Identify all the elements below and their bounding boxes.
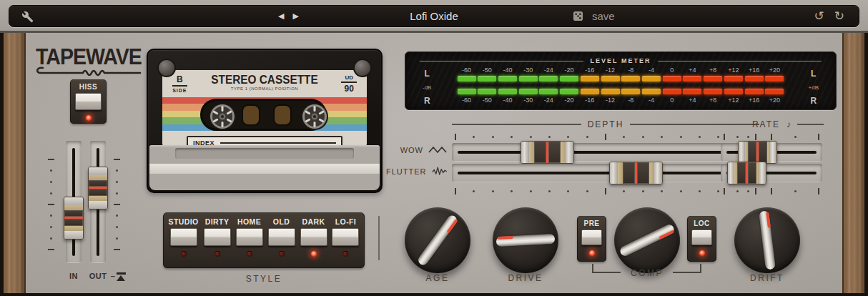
style-led: [311, 251, 317, 257]
hiss-button[interactable]: [75, 93, 102, 110]
screw-icon: [157, 59, 176, 77]
tick-mark: [794, 190, 797, 192]
style-button-dirty[interactable]: [204, 228, 231, 246]
meter-segment-left: [601, 76, 620, 82]
style-led: [214, 251, 220, 257]
tick-mark: [116, 192, 118, 194]
flutter-wave-icon: [432, 166, 448, 177]
rate-note-icon: ♪: [786, 119, 791, 129]
tick-mark: [605, 188, 606, 194]
meter-segment-left: [560, 76, 578, 82]
undo-icon[interactable]: ↺: [814, 9, 824, 24]
meter-right-L: L: [811, 69, 816, 79]
hiss-label: HISS: [79, 83, 97, 91]
style-button-home[interactable]: [236, 228, 263, 246]
wow-rate-handle[interactable]: [738, 141, 777, 164]
comp-section-label: COMP: [623, 268, 671, 278]
wow-rate-slider[interactable]: [721, 143, 822, 162]
tick-mark: [455, 134, 456, 140]
input-fader[interactable]: [66, 141, 82, 263]
meter-segment-left: [581, 76, 599, 82]
output-fader-handle[interactable]: [88, 167, 108, 209]
tick-mark: [661, 136, 663, 138]
comp-knob[interactable]: [614, 207, 680, 273]
tick-mark: [818, 134, 819, 140]
meter-segment-left: [683, 76, 701, 82]
meter-scale-label: -8: [628, 97, 633, 104]
style-button-lo-fi[interactable]: [332, 228, 359, 246]
style-button-studio[interactable]: [170, 228, 197, 246]
meter-segment-right: [765, 89, 784, 94]
flutter-rate-handle[interactable]: [727, 162, 766, 184]
tick-mark: [50, 214, 52, 217]
tick-mark: [642, 190, 644, 192]
tick-mark: [50, 237, 52, 240]
drift-knob[interactable]: [734, 207, 800, 273]
wow-depth-handle[interactable]: [521, 141, 574, 164]
tape-slot: [242, 104, 260, 126]
meter-column: -50-50: [478, 66, 497, 108]
in-label: IN: [66, 272, 82, 280]
meter-scale-label: -50: [483, 97, 492, 104]
cassette-subtitle: TYPE 1 (NORMAL) POSITION: [162, 87, 367, 91]
style-button-group-studio: STUDIO: [168, 212, 198, 268]
tick-mark: [116, 169, 118, 172]
redo-icon[interactable]: ↻: [834, 9, 844, 24]
style-button-label: HOME: [237, 217, 261, 226]
next-preset-button[interactable]: ▶: [292, 11, 298, 21]
meter-scale-label: 0: [670, 66, 674, 74]
meter-scale-label: +8: [709, 97, 716, 104]
tick-mark: [530, 190, 532, 192]
style-button-old[interactable]: [268, 228, 295, 246]
tick-mark: [50, 226, 52, 228]
tick-mark: [794, 136, 797, 138]
tick-mark: [473, 136, 475, 138]
level-meter-title: LEVEL METER: [591, 57, 651, 64]
tick-mark: [50, 192, 52, 194]
flutter-depth-handle[interactable]: [609, 162, 663, 184]
plugin-window: ◀ ▶ Lofi Oxide save ↺ ↻ TAPEWAVE HISS: [0, 0, 868, 296]
flutter-depth-slider[interactable]: [452, 164, 759, 182]
tick-mark: [567, 190, 569, 192]
output-fader[interactable]: [90, 141, 106, 263]
wow-depth-slider[interactable]: [452, 143, 759, 162]
meter-scale-label: +20: [769, 66, 780, 74]
prev-preset-button[interactable]: ◀: [278, 11, 284, 21]
flutter-rate-slider[interactable]: [721, 164, 822, 182]
style-button-dark[interactable]: [300, 228, 327, 246]
style-panel: STUDIODIRTYHOMEOLDDARKLO-FI: [163, 212, 365, 268]
meter-scale-label: -24: [544, 66, 553, 74]
wood-panel-right: [842, 33, 868, 296]
meter-segment-left: [539, 76, 558, 82]
loc-button[interactable]: [691, 230, 712, 245]
save-button[interactable]: save: [592, 10, 615, 22]
drive-label: DRIVE: [493, 273, 558, 283]
out-dash: –: [109, 272, 117, 280]
meter-scale-label: -16: [585, 66, 594, 74]
age-knob[interactable]: [405, 207, 470, 273]
random-dice-icon[interactable]: [573, 11, 583, 21]
style-button-label: STUDIO: [168, 217, 198, 226]
input-fader-handle[interactable]: [64, 197, 84, 240]
tick-mark: [492, 190, 494, 192]
style-led: [181, 251, 187, 257]
drive-knob[interactable]: [493, 207, 558, 273]
pre-button[interactable]: [581, 230, 602, 245]
cassette-title: STEREO CASSETTE: [167, 74, 363, 87]
meter-scale-label: +12: [728, 66, 739, 74]
meter-column: +4+4: [683, 66, 702, 108]
meter-column: -20-20: [560, 66, 579, 108]
rate-ticks-bottom: [724, 187, 819, 194]
settings-wrench-icon[interactable]: [21, 11, 34, 23]
meter-column: +20+20: [765, 66, 784, 108]
meter-scale-label: -50: [483, 66, 492, 74]
tick-mark: [717, 136, 719, 138]
tick-mark: [699, 136, 701, 138]
style-led: [279, 251, 285, 257]
meter-segment-right: [560, 89, 578, 94]
out-fader-ticks: [113, 159, 120, 250]
meter-scale-label: -12: [606, 66, 615, 74]
meter-segment-right: [683, 89, 701, 94]
depth-ticks-bottom: [455, 187, 756, 194]
meter-left-R: R: [424, 96, 430, 106]
